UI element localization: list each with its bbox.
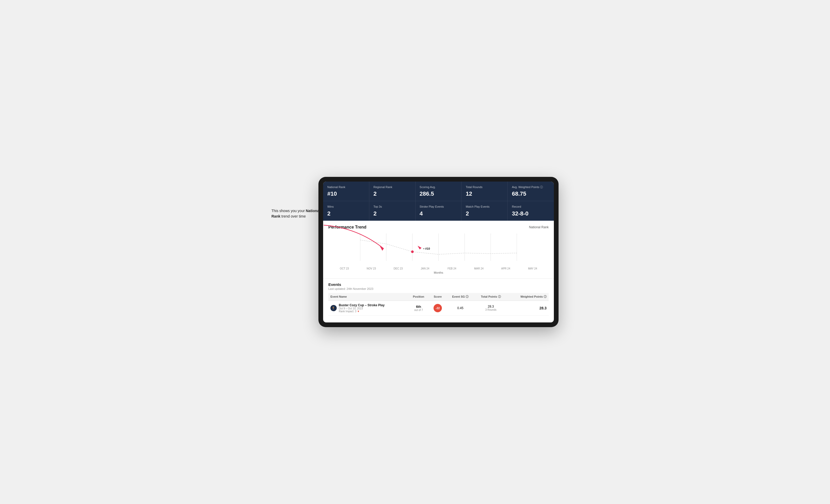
rank-dot <box>411 250 414 253</box>
event-score-badge: -22 <box>434 304 442 312</box>
event-name-content: 🏌 Buster Cozy Cup – Stroke Play Oct 9 – … <box>330 303 406 313</box>
stats-header-row1: National Rank #10 Regional Rank 2 Scorin… <box>323 181 554 201</box>
chart-x-labels: OCT 23 NOV 23 DEC 23 JAN 24 FEB 24 MAR 2… <box>328 267 549 270</box>
event-position-cell: 6th out of 7 <box>408 301 429 315</box>
events-table-header: Event Name Position Score Event SG ⓘ Tot… <box>328 293 549 301</box>
stats-header-row2: Wins 2 Top 3s 2 Stroke Play Events 4 Mat… <box>323 201 554 221</box>
stat-label-total-rounds: Total Rounds <box>466 185 503 189</box>
event-position-value: 6th <box>410 305 427 309</box>
rank-impact-arrow-icon: ▼ <box>357 310 360 313</box>
event-name-main: Buster Cozy Cup – Stroke Play <box>339 303 384 307</box>
event-row-1: 🏌 Buster Cozy Cup – Stroke Play Oct 9 – … <box>328 301 549 315</box>
stat-stroke-play-events: Stroke Play Events 4 <box>416 201 462 221</box>
stat-label-regional-rank: Regional Rank <box>374 185 411 189</box>
stat-label-match-play: Match Play Events <box>466 205 503 208</box>
event-rank-impact: Rank Impact: 3 ▼ <box>339 310 384 313</box>
event-total-points-value: 28.3 <box>477 305 505 308</box>
tablet-device: National Rank #10 Regional Rank 2 Scorin… <box>318 177 558 327</box>
col-event-sg: Event SG ⓘ <box>446 293 475 301</box>
stat-top3s: Top 3s 2 <box>369 201 416 221</box>
x-label-apr24: APR 24 <box>492 267 519 270</box>
event-score-cell: -22 <box>429 301 446 315</box>
stat-label-record: Record <box>512 205 550 208</box>
stat-value-total-rounds: 12 <box>466 191 503 197</box>
x-label-may24: MAY 24 <box>519 267 546 270</box>
chart-svg: • #10 <box>328 232 549 266</box>
events-section: Events Last updated: 24th November 2023 … <box>323 279 554 319</box>
stat-value-stroke-play: 4 <box>420 210 457 217</box>
stat-value-match-play: 2 <box>466 210 503 217</box>
stat-value-top3s: 2 <box>374 210 411 217</box>
stat-label-stroke-play: Stroke Play Events <box>420 205 457 208</box>
x-label-mar24: MAR 24 <box>466 267 492 270</box>
event-sg-cell: 0.45 <box>446 301 475 315</box>
events-table-body: 🏌 Buster Cozy Cup – Stroke Play Oct 9 – … <box>328 301 549 315</box>
stat-value-wins: 2 <box>327 210 365 217</box>
x-label-feb24: FEB 24 <box>439 267 466 270</box>
stat-label-scoring-avg: Scoring Avg. <box>420 185 457 189</box>
rank-arrow <box>418 246 421 249</box>
stat-value-regional-rank: 2 <box>374 191 411 197</box>
stat-total-rounds: Total Rounds 12 <box>461 181 508 201</box>
stat-label-national-rank: National Rank <box>327 185 365 189</box>
stat-label-top3s: Top 3s <box>374 205 411 208</box>
event-weighted-points-value: 28.3 <box>540 306 547 310</box>
x-label-nov23: NOV 23 <box>358 267 385 270</box>
scene: This shows you your National Rank trend … <box>272 177 558 327</box>
event-type-icon: 🏌 <box>330 305 337 311</box>
x-label-jan24: JAN 24 <box>412 267 439 270</box>
events-table: Event Name Position Score Event SG ⓘ Tot… <box>328 293 549 316</box>
stat-label-wins: Wins <box>327 205 365 208</box>
stat-avg-weighted-points: Avg. Weighted Points ⓘ 68.75 <box>508 181 554 201</box>
performance-title: Performance Trend <box>328 225 366 230</box>
stat-record: Record 32-8-0 <box>508 201 554 221</box>
event-name-cell: 🏌 Buster Cozy Cup – Stroke Play Oct 9 – … <box>328 301 408 315</box>
event-position-sub: out of 7 <box>410 309 427 311</box>
col-position: Position <box>408 293 429 301</box>
events-last-updated: Last updated: 24th November 2023 <box>328 287 549 290</box>
stat-value-avg-weighted: 68.75 <box>512 191 550 197</box>
event-total-rounds: 3 Rounds <box>477 308 505 311</box>
col-event-name: Event Name <box>328 293 408 301</box>
annotation-text: This shows you your National Rank trend … <box>272 208 324 219</box>
col-weighted-points: Weighted Points ⓘ <box>507 293 549 301</box>
x-label-oct23: OCT 23 <box>331 267 358 270</box>
stat-value-scoring-avg: 286.5 <box>420 191 457 197</box>
performance-subtitle: National Rank <box>529 225 549 229</box>
stat-wins: Wins 2 <box>323 201 369 221</box>
performance-chart: • #10 <box>328 232 549 266</box>
stat-match-play-events: Match Play Events 2 <box>461 201 508 221</box>
stat-scoring-avg: Scoring Avg. 286.5 <box>416 181 462 201</box>
col-score: Score <box>429 293 446 301</box>
performance-trend-section: Performance Trend National Rank <box>323 221 554 279</box>
event-total-points-cell: 28.3 3 Rounds <box>475 301 507 315</box>
chart-x-axis-title: Months <box>328 271 549 274</box>
event-weighted-points-cell: 28.3 <box>507 301 549 315</box>
stat-label-avg-weighted: Avg. Weighted Points ⓘ <box>512 185 550 189</box>
stat-value-national-rank: #10 <box>327 191 365 197</box>
stat-value-record: 32-8-0 <box>512 210 550 217</box>
col-total-points: Total Points ⓘ <box>475 293 507 301</box>
events-title: Events <box>328 282 549 287</box>
stat-regional-rank: Regional Rank 2 <box>369 181 416 201</box>
tablet-screen: National Rank #10 Regional Rank 2 Scorin… <box>323 181 554 323</box>
x-label-dec23: DEC 23 <box>385 267 412 270</box>
event-info: Buster Cozy Cup – Stroke Play Oct 9 – Oc… <box>339 303 384 313</box>
events-table-header-row: Event Name Position Score Event SG ⓘ Tot… <box>328 293 549 301</box>
rank-label: • #10 <box>423 247 430 250</box>
performance-header: Performance Trend National Rank <box>328 225 549 230</box>
event-dates: Oct 9 – Oct 10, 2023 <box>339 307 384 310</box>
event-sg-value: 0.45 <box>457 306 463 310</box>
stat-national-rank: National Rank #10 <box>323 181 369 201</box>
